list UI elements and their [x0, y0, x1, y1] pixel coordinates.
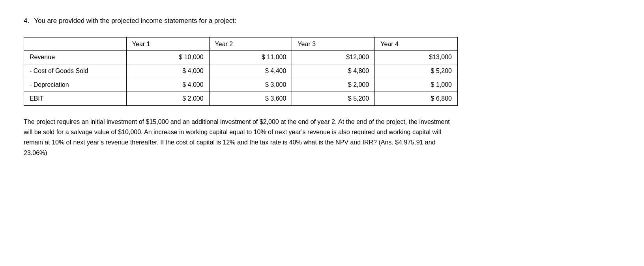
header-label-col	[24, 37, 127, 50]
table-row: Revenue$ 10,000$ 11,000$12,000$13,000	[24, 50, 458, 64]
header-year2: Year 2	[209, 37, 292, 50]
row-2-label: - Depreciation	[24, 78, 127, 92]
row-2-year3: $ 2,000	[292, 78, 375, 92]
row-0-year4: $13,000	[375, 50, 458, 64]
row-1-year4: $ 5,200	[375, 64, 458, 78]
question-container: 4. You are provided with the projected i…	[24, 16, 620, 158]
row-2-year4: $ 1,000	[375, 78, 458, 92]
question-number: 4.	[24, 16, 29, 26]
row-3-year4: $ 6,800	[375, 92, 458, 105]
header-year4: Year 4	[375, 37, 458, 50]
header-year3: Year 3	[292, 37, 375, 50]
row-0-label: Revenue	[24, 50, 127, 64]
table-row: - Depreciation$ 4,000$ 3,000$ 2,000$ 1,0…	[24, 78, 458, 92]
row-2-year2: $ 3,000	[209, 78, 292, 92]
row-3-year2: $ 3,600	[209, 92, 292, 105]
row-0-year2: $ 11,000	[209, 50, 292, 64]
question-intro: You are provided with the projected inco…	[34, 16, 236, 26]
description-text: The project requires an initial investme…	[24, 117, 458, 159]
row-1-label: - Cost of Goods Sold	[24, 64, 127, 78]
row-3-year3: $ 5,200	[292, 92, 375, 105]
row-2-year1: $ 4,000	[126, 78, 209, 92]
row-3-label: EBIT	[24, 92, 127, 105]
question-header: 4. You are provided with the projected i…	[24, 16, 620, 26]
row-1-year1: $ 4,000	[126, 64, 209, 78]
row-0-year1: $ 10,000	[126, 50, 209, 64]
row-0-year3: $12,000	[292, 50, 375, 64]
row-1-year3: $ 4,800	[292, 64, 375, 78]
income-table: Year 1 Year 2 Year 3 Year 4 Revenue$ 10,…	[24, 37, 458, 106]
table-row: - Cost of Goods Sold$ 4,000$ 4,400$ 4,80…	[24, 64, 458, 78]
header-year1: Year 1	[126, 37, 209, 50]
table-row: EBIT$ 2,000$ 3,600$ 5,200$ 6,800	[24, 92, 458, 105]
row-3-year1: $ 2,000	[126, 92, 209, 105]
row-1-year2: $ 4,400	[209, 64, 292, 78]
